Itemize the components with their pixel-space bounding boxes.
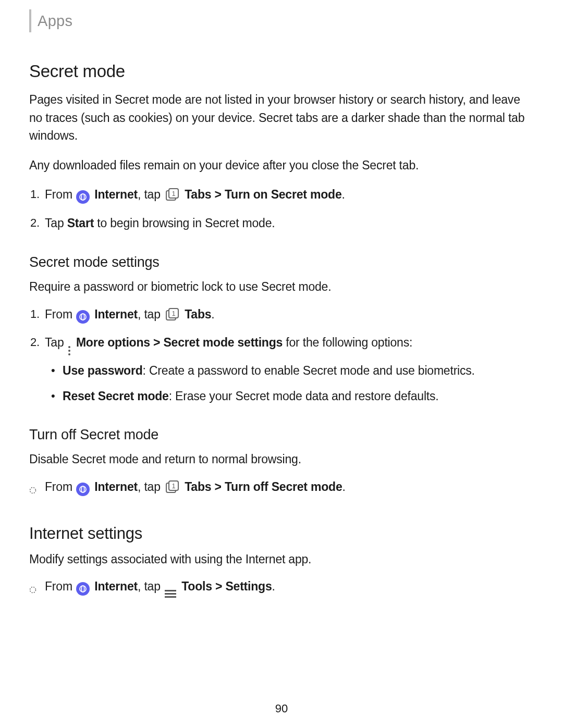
option-use-password: Use password: Create a password to enabl… — [63, 362, 534, 380]
internet-icon — [76, 310, 90, 324]
secret-mode-desc-2: Any downloaded files remain on your devi… — [29, 156, 534, 175]
internet-label: Internet — [94, 188, 138, 201]
step-1: From Internet, tap 1 Tabs. — [45, 305, 534, 327]
svg-text:1: 1 — [172, 190, 175, 198]
settings-options: Use password: Create a password to enabl… — [45, 362, 534, 405]
svg-point-1 — [81, 194, 84, 200]
svg-text:1: 1 — [172, 310, 175, 317]
circle-bullet-icon — [29, 481, 36, 500]
tabs-icon: 1 — [165, 480, 180, 499]
svg-point-11 — [80, 486, 86, 492]
internet-settings-step: From Internet, tap Tools > Settings. — [29, 577, 534, 598]
text: Tap — [45, 216, 67, 230]
internet-label: Internet — [94, 307, 138, 321]
internet-settings-desc: Modify settings associated with using th… — [29, 550, 534, 569]
more-options-label: More options > Secret mode settings — [76, 336, 283, 349]
list-item: From Internet, tap Tools > Settings. — [45, 577, 534, 598]
step-2: Tap More options > Secret mode settings … — [45, 334, 534, 405]
option-label: Use password — [63, 364, 143, 377]
option-reset-secret-mode: Reset Secret mode: Erase your Secret mod… — [63, 387, 534, 405]
internet-label: Internet — [94, 579, 138, 593]
heading-internet-settings: Internet settings — [29, 524, 534, 543]
svg-point-0 — [80, 194, 86, 200]
text: From — [45, 480, 76, 493]
svg-point-17 — [80, 586, 86, 592]
svg-point-10 — [30, 487, 36, 493]
internet-icon — [76, 190, 90, 204]
secret-mode-desc-1: Pages visited in Secret mode are not lis… — [29, 91, 534, 145]
svg-point-12 — [81, 486, 84, 492]
header-bar — [29, 9, 31, 32]
tools-settings-label: Tools > Settings — [181, 579, 272, 593]
turnoff-step: From Internet, tap 1 Tabs > Turn off Sec… — [29, 478, 534, 499]
page-header: Apps — [29, 9, 534, 32]
internet-icon — [76, 483, 90, 496]
turnoff-desc: Disable Secret mode and return to normal… — [29, 450, 534, 468]
option-text: : Erase your Secret mode data and restor… — [169, 389, 439, 403]
circle-bullet-icon — [29, 581, 36, 599]
text: From — [45, 579, 76, 593]
heading-secret-mode: Secret mode — [29, 61, 534, 81]
text: Tap — [45, 336, 67, 349]
text: , tap — [138, 307, 164, 321]
step-2: Tap Start to begin browsing in Secret mo… — [45, 214, 534, 233]
page-number: 90 — [0, 702, 563, 715]
tabs-icon: 1 — [165, 188, 180, 207]
text: for the following options: — [283, 336, 412, 349]
svg-text:1: 1 — [172, 482, 175, 490]
svg-point-18 — [81, 586, 84, 592]
period: . — [211, 307, 214, 321]
text: From — [45, 188, 76, 201]
period: . — [342, 480, 346, 493]
step-1: From Internet, tap 1 Tabs > Turn on Secr… — [45, 186, 534, 207]
heading-secret-mode-settings: Secret mode settings — [29, 254, 534, 270]
breadcrumb: Apps — [38, 13, 72, 30]
text: , tap — [138, 188, 164, 201]
list-item: From Internet, tap 1 Tabs > Turn off Sec… — [45, 478, 534, 499]
internet-label: Internet — [94, 480, 138, 493]
svg-point-6 — [81, 314, 84, 320]
text: to begin browsing in Secret mode. — [94, 216, 275, 230]
settings-desc: Require a password or biometric lock to … — [29, 278, 534, 296]
period: . — [272, 579, 275, 593]
start-label: Start — [67, 216, 94, 230]
secret-mode-steps: From Internet, tap 1 Tabs > Turn on Secr… — [29, 186, 534, 232]
tabs-turn-off: Tabs > Turn off Secret mode — [185, 480, 342, 493]
text: , tap — [138, 480, 164, 493]
internet-icon — [76, 582, 90, 596]
period: . — [342, 188, 345, 201]
more-options-icon — [68, 346, 70, 355]
text: From — [45, 307, 76, 321]
tools-icon — [165, 590, 176, 598]
svg-point-5 — [80, 314, 86, 320]
heading-turn-off-secret-mode: Turn off Secret mode — [29, 427, 534, 443]
settings-steps: From Internet, tap 1 Tabs. Tap More opti… — [29, 305, 534, 405]
tabs-icon: 1 — [165, 307, 180, 327]
option-text: : Create a password to enable Secret mod… — [143, 364, 475, 377]
tabs-label: Tabs — [185, 307, 211, 321]
tabs-turn-on: Tabs > Turn on Secret mode — [185, 188, 341, 201]
svg-point-16 — [30, 587, 36, 593]
text: , tap — [138, 579, 164, 593]
option-label: Reset Secret mode — [63, 389, 169, 403]
